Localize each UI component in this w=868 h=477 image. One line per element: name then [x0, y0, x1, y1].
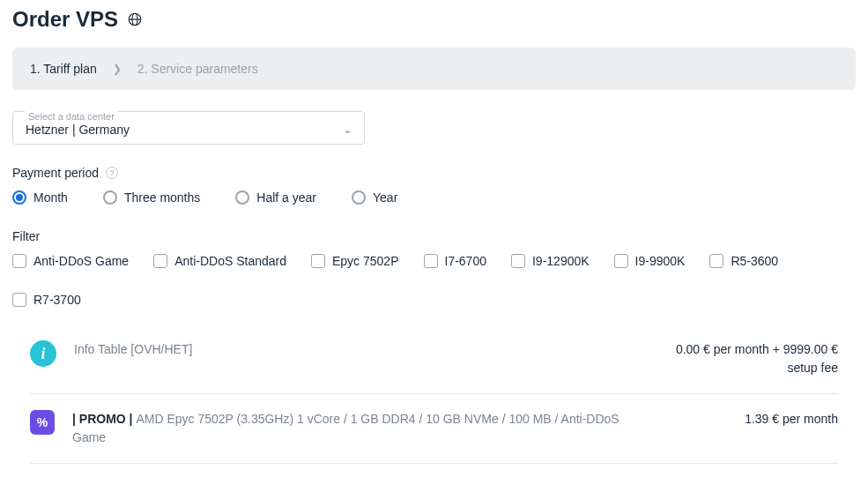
filter-r5-3600[interactable]: R5-3600: [709, 254, 778, 268]
checkbox-icon: [311, 254, 325, 268]
filter-option-label: Anti-DDoS Game: [33, 254, 129, 268]
filter-option-label: R7-3700: [33, 293, 81, 307]
page-title: Order VPS: [12, 7, 118, 32]
checkbox-icon: [12, 254, 26, 268]
datacenter-value: Hetzner | Germany: [26, 123, 130, 137]
checkbox-icon: [153, 254, 167, 268]
plan-price: 1.39 € per month: [745, 410, 838, 429]
checkbox-icon: [12, 293, 26, 307]
filter-option-label: Anti-DDoS Standard: [174, 254, 286, 268]
payment-option-month[interactable]: Month: [12, 190, 68, 205]
payment-option-label: Year: [373, 190, 397, 205]
chevron-right-icon: ❯: [113, 63, 122, 75]
filter-epyc-7502p[interactable]: Epyc 7502P: [311, 254, 399, 268]
plan-row[interactable]: % | PROMO | AMD Epyc 7502P (3.35GHz) 1 v…: [30, 394, 838, 464]
breadcrumb-step-2: 2. Service parameters: [137, 62, 258, 76]
payment-option-label: Half a year: [256, 190, 316, 205]
payment-period-label: Payment period: [12, 166, 99, 180]
help-icon[interactable]: ?: [106, 167, 118, 179]
filter-option-label: I7-6700: [445, 254, 486, 268]
plan-list: i Info Table [OVH/HET] 0.00 € per month …: [12, 333, 856, 477]
filter-anti-ddos-standard[interactable]: Anti-DDoS Standard: [153, 254, 286, 268]
plan-description: | PROMO | AMD Epyc 7502P (3.35GHz) 1 vCo…: [72, 410, 636, 447]
filter-option-label: R5-3600: [731, 254, 778, 268]
checkbox-icon: [709, 254, 723, 268]
payment-option-half-year[interactable]: Half a year: [235, 190, 316, 205]
checkbox-icon: [424, 254, 438, 268]
radio-unchecked-icon: [103, 190, 117, 205]
datacenter-label: Select a data center: [25, 111, 118, 122]
payment-option-year[interactable]: Year: [352, 190, 397, 205]
filter-anti-ddos-game[interactable]: Anti-DDoS Game: [12, 254, 129, 268]
checkbox-icon: [511, 254, 525, 268]
payment-period-group: Month Three months Half a year Year: [12, 190, 856, 205]
filter-i7-6700[interactable]: I7-6700: [424, 254, 486, 268]
percent-icon: %: [30, 410, 55, 435]
plan-row[interactable]: % | PROMO | AMD Epyc 7502P (3.35GHz) 2 v…: [30, 464, 838, 477]
filter-option-label: I9-12900K: [532, 254, 590, 268]
checkbox-icon: [614, 254, 628, 268]
breadcrumb: 1. Tariff plan ❯ 2. Service parameters: [12, 48, 856, 90]
filter-group: Anti-DDoS Game Anti-DDoS Standard Epyc 7…: [12, 254, 856, 307]
payment-option-label: Three months: [124, 190, 200, 205]
breadcrumb-step-1[interactable]: 1. Tariff plan: [30, 62, 97, 76]
filter-option-label: I9-9900K: [635, 254, 686, 268]
filter-option-label: Epyc 7502P: [332, 254, 399, 268]
radio-unchecked-icon: [352, 190, 366, 205]
globe-icon: [127, 11, 143, 27]
chevron-down-icon: ⌄: [344, 124, 352, 136]
datacenter-select[interactable]: Select a data center Hetzner | Germany ⌄: [12, 111, 365, 145]
filter-i9-9900k[interactable]: I9-9900K: [614, 254, 686, 268]
plan-row[interactable]: i Info Table [OVH/HET] 0.00 € per month …: [30, 333, 838, 394]
payment-option-label: Month: [33, 190, 68, 205]
radio-unchecked-icon: [235, 190, 249, 205]
info-icon: i: [30, 340, 56, 367]
filter-i9-12900k[interactable]: I9-12900K: [511, 254, 590, 268]
radio-checked-icon: [16, 194, 23, 201]
plan-price: 0.00 € per month + 9999.00 € setup fee: [644, 340, 838, 377]
payment-option-three-months[interactable]: Three months: [103, 190, 200, 205]
filter-label: Filter: [12, 229, 40, 243]
plan-description: Info Table [OVH/HET]: [74, 340, 627, 359]
filter-r7-3700[interactable]: R7-3700: [12, 293, 81, 307]
